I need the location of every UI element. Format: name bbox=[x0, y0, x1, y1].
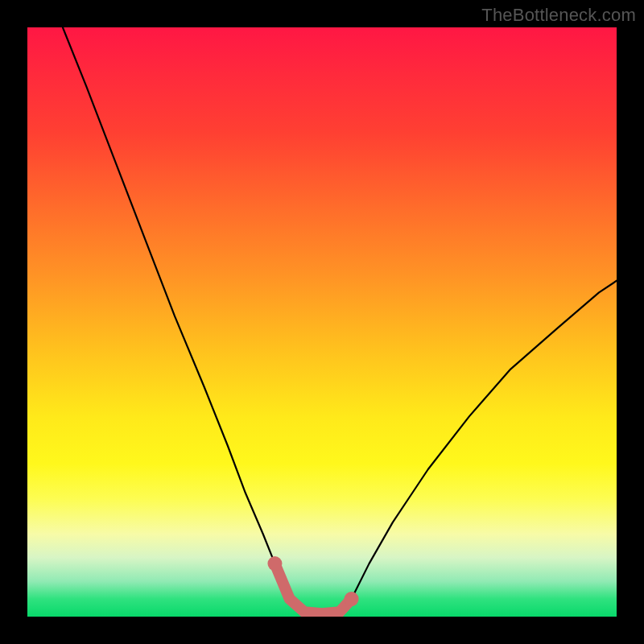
bottom-highlight bbox=[275, 564, 351, 613]
chart-svg bbox=[27, 27, 617, 617]
highlight-point bbox=[267, 556, 282, 571]
watermark-text: TheBottleneck.com bbox=[481, 5, 636, 26]
plot-area bbox=[27, 27, 617, 617]
chart-frame: TheBottleneck.com bbox=[0, 0, 644, 644]
bottleneck-curve bbox=[63, 27, 617, 613]
highlight-point bbox=[345, 592, 359, 606]
